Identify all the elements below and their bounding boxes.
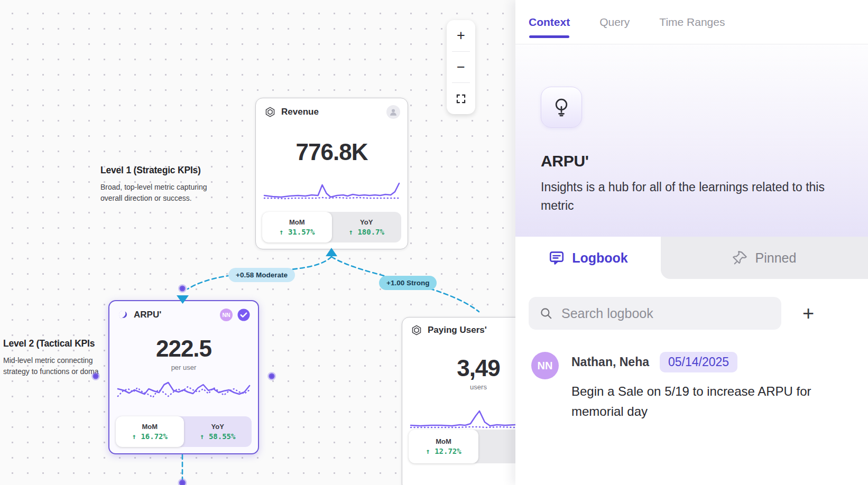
- metric-value: 222.5: [109, 335, 258, 362]
- correlation-badge-strong[interactable]: +1.00 Strong: [379, 276, 437, 290]
- sparkline-chart: [263, 178, 400, 205]
- metric-value: 776.8K: [256, 139, 408, 165]
- logbook-pinned-tabs: Logbook Pinned: [515, 237, 868, 279]
- mom-value: ↑ 12.72%: [426, 447, 461, 455]
- yoy-label: YoY: [360, 218, 373, 226]
- search-box[interactable]: [529, 297, 781, 330]
- metric-card-arpu[interactable]: ARPU' NN 222.5 per user MoM ↑ 16.72%: [108, 300, 259, 454]
- search-icon: [539, 306, 553, 320]
- metric-card-paying-users[interactable]: Paying Users' 3,49 users MoM ↑ 12.72%: [402, 317, 515, 485]
- connection-handle: [180, 286, 186, 292]
- entry-author: Nathan, Neha: [571, 355, 649, 369]
- mom-stat[interactable]: MoM ↑ 16.72%: [116, 416, 184, 447]
- connection-handle: [179, 480, 186, 485]
- panel-tab-bar: Context Query Time Ranges: [515, 0, 868, 44]
- sparkline-line: [118, 383, 250, 394]
- metric-value: 3,49: [402, 355, 515, 381]
- tab-label: Context: [529, 16, 570, 29]
- tab-query[interactable]: Query: [599, 0, 630, 44]
- metric-card-title: Revenue: [281, 107, 319, 117]
- metric-context-header: ARPU' Insights is a hub for all of the l…: [515, 44, 868, 237]
- logbook-search-row: +: [515, 297, 868, 330]
- group-title: Level 2 (Tactical KPIs: [3, 338, 115, 349]
- mom-label: MoM: [289, 218, 305, 226]
- tab-label: Logbook: [572, 250, 628, 266]
- stats-row: MoM ↑ 16.72% YoY ↑ 58.55%: [116, 416, 252, 447]
- owner-avatar-icon: [386, 105, 400, 119]
- sparkline-trend-dotted: [264, 198, 399, 199]
- user-initials-badge: NN: [220, 309, 233, 321]
- sparkline-trend-dotted: [411, 427, 515, 427]
- sparkline-line: [264, 183, 399, 197]
- entry-message: Begin a Sale on 5/19 to increase ARPU fo…: [571, 381, 836, 422]
- insight-icon-tile: [541, 87, 582, 128]
- tab-label: Pinned: [755, 250, 797, 266]
- yoy-value: ↑ 180.7%: [349, 228, 384, 236]
- group-description: Broad, top-level metric capturing overal…: [100, 182, 230, 204]
- sparkline-trend-dotted: [118, 387, 250, 397]
- entry-avatar: NN: [531, 352, 559, 379]
- crescent-moon-icon: [118, 310, 128, 320]
- context-side-panel: Context Query Time Ranges ARPU' Insights…: [515, 0, 868, 485]
- metric-hexagon-icon: [411, 324, 422, 336]
- fit-view-button[interactable]: [447, 83, 475, 114]
- add-log-entry-button[interactable]: +: [802, 303, 814, 323]
- sparkline-chart: [117, 376, 251, 404]
- card-header: Paying Users': [402, 318, 515, 336]
- metric-unit: users: [402, 383, 515, 391]
- mom-value: ↑ 31.57%: [279, 228, 315, 236]
- yoy-value: ↑ 58.55%: [200, 432, 235, 441]
- pushpin-icon: [733, 250, 749, 266]
- stats-row: MoM ↑ 12.72%: [409, 430, 515, 463]
- tab-label: Query: [599, 16, 630, 29]
- metric-tree-canvas[interactable]: Level 1 (Strategic KPIs) Broad, top-leve…: [0, 0, 515, 485]
- tab-time-ranges[interactable]: Time Ranges: [659, 0, 725, 44]
- yoy-stat[interactable]: YoY ↑ 58.55%: [184, 416, 252, 447]
- metric-card-title: Paying Users': [428, 325, 487, 335]
- yoy-stat[interactable]: YoY ↑ 180.7%: [332, 212, 402, 243]
- tab-label: Time Ranges: [659, 16, 725, 29]
- connection-handle: [269, 374, 275, 379]
- search-logbook-input[interactable]: [561, 306, 771, 321]
- metric-description: Insights is a hub for all of the learnin…: [541, 178, 842, 215]
- zoom-out-button[interactable]: −: [447, 52, 475, 83]
- correlation-badge-moderate[interactable]: +0.58 Moderate: [228, 268, 295, 282]
- verified-check-badge-icon: [237, 308, 251, 322]
- tab-logbook[interactable]: Logbook: [515, 237, 661, 279]
- metric-title: ARPU': [541, 152, 847, 170]
- metric-hexagon-icon: [264, 106, 276, 118]
- lightbulb-icon: [551, 97, 571, 117]
- tab-context[interactable]: Context: [529, 0, 570, 44]
- sparkline-line: [411, 411, 515, 426]
- logbook-entry[interactable]: NN Nathan, Neha 05/14/2025 Begin a Sale …: [515, 352, 868, 422]
- card-header: ARPU' NN: [109, 301, 258, 322]
- yoy-label: YoY: [211, 423, 224, 431]
- group-description: Mid-level metric connecting strategy to …: [3, 355, 115, 377]
- fullscreen-icon: [456, 94, 466, 104]
- mom-stat[interactable]: MoM ↑ 31.57%: [262, 212, 332, 243]
- entry-body: Nathan, Neha 05/14/2025 Begin a Sale on …: [571, 352, 836, 422]
- metric-card-title: ARPU': [134, 310, 161, 320]
- yoy-stat[interactable]: [478, 430, 515, 463]
- mom-stat[interactable]: MoM ↑ 12.72%: [409, 430, 478, 463]
- group-label-level-2: Level 2 (Tactical KPIs Mid-level metric …: [3, 338, 115, 377]
- logbook-chat-icon: [548, 249, 565, 266]
- tab-pinned[interactable]: Pinned: [661, 237, 868, 279]
- app-window: Level 1 (Strategic KPIs) Broad, top-leve…: [0, 0, 868, 485]
- mom-value: ↑ 16.72%: [132, 432, 168, 441]
- group-title: Level 1 (Strategic KPIs): [100, 165, 230, 176]
- entry-date-badge[interactable]: 05/14/2025: [660, 352, 737, 372]
- mom-label: MoM: [142, 423, 158, 431]
- zoom-in-button[interactable]: +: [447, 20, 475, 51]
- mom-label: MoM: [436, 437, 451, 445]
- metric-unit: per user: [109, 363, 258, 371]
- metric-card-revenue[interactable]: Revenue 776.8K MoM ↑ 31.57%: [255, 98, 408, 249]
- card-header: Revenue: [256, 98, 408, 119]
- stats-row: MoM ↑ 31.57% YoY ↑ 180.7%: [262, 212, 401, 243]
- group-label-level-1: Level 1 (Strategic KPIs) Broad, top-leve…: [100, 165, 230, 204]
- canvas-zoom-controls: + −: [447, 20, 475, 114]
